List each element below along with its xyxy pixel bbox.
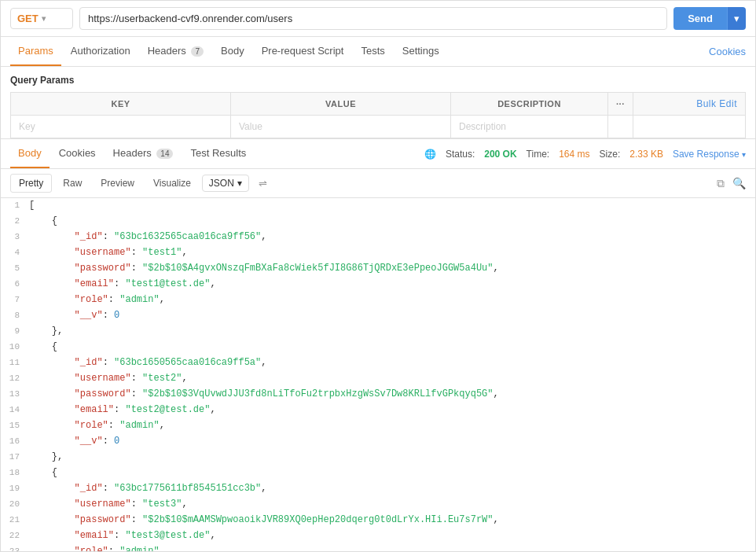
json-line: 20 "username": "test3", — [1, 497, 755, 513]
send-button[interactable]: Send — [673, 7, 727, 30]
language-select[interactable]: JSON ▾ — [202, 175, 249, 192]
tab-authorization[interactable]: Authorization — [63, 37, 138, 66]
request-tabs: Params Authorization Headers 7 Body Pre-… — [1, 37, 755, 67]
json-line: 21 "password": "$2b$10$mAAMSWpwoaoikJVR8… — [1, 513, 755, 528]
language-label: JSON — [209, 178, 234, 189]
time-value: 164 ms — [559, 149, 589, 160]
json-line: 10 { — [1, 340, 755, 355]
size-value: 2.33 KB — [629, 149, 663, 160]
status-label: Status: — [446, 149, 475, 160]
size-label: Size: — [600, 149, 621, 160]
status-value: 200 OK — [484, 149, 516, 160]
json-line: 17 }, — [1, 450, 755, 466]
json-line: 13 "password": "$2b$10$3VqUvwdJJU3fd8nLi… — [1, 387, 755, 403]
send-btn-group: Send ▾ — [673, 7, 746, 30]
value-column-header: VALUE — [231, 93, 451, 116]
cookies-link[interactable]: Cookies — [709, 38, 746, 65]
json-line: 19 "_id": "63bc1775611bf8545151cc3b", — [1, 481, 755, 497]
key-column-header: KEY — [11, 93, 231, 116]
response-meta: 🌐 Status: 200 OK Time: 164 ms Size: 2.33… — [424, 149, 746, 160]
url-bar: GET ▾ Send ▾ — [1, 1, 755, 37]
language-chevron-icon: ▾ — [237, 178, 242, 189]
json-line: 23 "role": "admin", — [1, 544, 755, 551]
json-line: 14 "email": "test2@test.de", — [1, 403, 755, 418]
response-tab-body[interactable]: Body — [10, 139, 50, 168]
json-line: 1[ — [1, 198, 755, 214]
description-column-header: DESCRIPTION — [451, 93, 608, 116]
response-section: Body Cookies Headers 14 Test Results 🌐 S… — [1, 138, 755, 551]
json-line: 5 "password": "$2b$10$A4gvxONszqFmBXaFa8… — [1, 261, 755, 277]
description-cell[interactable]: Description — [451, 116, 608, 138]
json-line: 3 "_id": "63bc1632565caa016ca9ff56", — [1, 230, 755, 245]
save-response-chevron-icon: ▾ — [742, 150, 746, 159]
copy-icon[interactable]: ⧉ — [717, 177, 725, 190]
filter-icon[interactable]: ⇌ — [259, 178, 267, 190]
table-row: Key Value Description — [11, 116, 746, 138]
json-line: 8 "__v": 0 — [1, 308, 755, 324]
method-label: GET — [17, 13, 39, 24]
format-tab-pretty[interactable]: Pretty — [10, 174, 52, 193]
method-select[interactable]: GET ▾ — [10, 8, 73, 29]
tab-settings[interactable]: Settings — [395, 37, 447, 66]
json-line: 22 "email": "test3@test.de", — [1, 528, 755, 544]
params-table: KEY VALUE DESCRIPTION ··· Bulk Edit Key … — [10, 92, 746, 138]
query-params-title: Query Params — [10, 75, 746, 86]
globe-icon: 🌐 — [424, 149, 436, 160]
json-content-area[interactable]: 1[ 2 { 3 "_id": "63bc1632565caa016ca9ff5… — [1, 198, 755, 551]
json-lines: 1[ 2 { 3 "_id": "63bc1632565caa016ca9ff5… — [1, 198, 755, 551]
tab-tests[interactable]: Tests — [353, 37, 392, 66]
format-tab-preview[interactable]: Preview — [93, 175, 142, 192]
row-actions-cell — [608, 116, 633, 138]
tab-headers[interactable]: Headers 7 — [140, 37, 211, 66]
query-params-section: Query Params KEY VALUE DESCRIPTION ··· B… — [1, 67, 755, 138]
tab-params[interactable]: Params — [10, 37, 61, 66]
json-line: 2 { — [1, 214, 755, 230]
json-line: 11 "_id": "63bc1650565caa016ca9ff5a", — [1, 355, 755, 371]
json-line: 12 "username": "test2", — [1, 371, 755, 387]
method-chevron-icon: ▾ — [42, 14, 46, 23]
format-tab-raw[interactable]: Raw — [55, 175, 90, 192]
bulk-edit-button[interactable]: Bulk Edit — [633, 93, 745, 116]
json-line: 16 "__v": 0 — [1, 434, 755, 450]
save-response-button[interactable]: Save Response ▾ — [673, 149, 746, 160]
response-body-toolbar: Pretty Raw Preview Visualize JSON ▾ ⇌ ⧉ … — [1, 169, 755, 198]
send-arrow-button[interactable]: ▾ — [727, 7, 746, 30]
json-line: 7 "role": "admin", — [1, 293, 755, 308]
response-tab-headers[interactable]: Headers 14 — [105, 139, 182, 168]
response-tabs-bar: Body Cookies Headers 14 Test Results 🌐 S… — [1, 139, 755, 169]
json-line: 9 }, — [1, 324, 755, 340]
search-icon[interactable]: 🔍 — [732, 177, 746, 190]
tab-prerequest[interactable]: Pre-request Script — [254, 37, 352, 66]
key-cell[interactable]: Key — [11, 116, 231, 138]
response-tab-testresults[interactable]: Test Results — [182, 139, 254, 168]
format-tab-visualize[interactable]: Visualize — [145, 175, 199, 192]
more-options-header[interactable]: ··· — [608, 93, 633, 116]
value-cell[interactable]: Value — [231, 116, 451, 138]
json-line: 15 "role": "admin", — [1, 418, 755, 434]
json-line: 18 { — [1, 466, 755, 481]
response-tab-cookies[interactable]: Cookies — [51, 139, 104, 168]
json-line: 6 "email": "test1@test.de", — [1, 277, 755, 293]
json-line: 4 "username": "test1", — [1, 245, 755, 261]
time-label: Time: — [527, 149, 550, 160]
app-container: GET ▾ Send ▾ Params Authorization Header… — [0, 0, 756, 552]
bulk-edit-cell — [633, 116, 745, 138]
url-input[interactable] — [79, 7, 667, 30]
tab-body[interactable]: Body — [213, 37, 252, 66]
